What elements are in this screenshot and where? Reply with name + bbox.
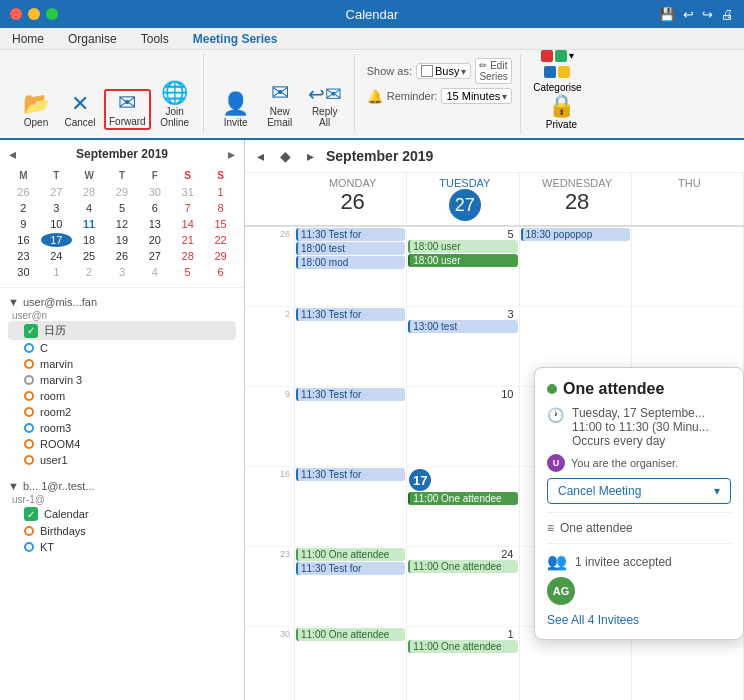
mini-cal-day[interactable]: 18 [74,233,105,247]
event-test-1300[interactable]: 13:00 test [408,320,517,333]
cell-26-thu[interactable] [632,227,744,307]
cancel-button[interactable]: ✕ Cancel [60,91,100,130]
event-popopop[interactable]: 18:30 popopop [521,228,630,241]
mini-cal-day[interactable]: 27 [139,249,170,263]
edit-series-btn[interactable]: ✏ EditSeries [475,58,511,84]
cell-9-mon[interactable]: 11:30 Test for [295,387,407,467]
cell-30-tue[interactable]: 1 11:00 One attendee [407,627,519,700]
mini-cal-day[interactable]: 1 [41,265,72,279]
new-email-button[interactable]: ✉ NewEmail [260,80,300,130]
cal-item-room2[interactable]: room2 [8,404,236,420]
menu-home[interactable]: Home [8,30,48,48]
cal-today[interactable]: ◆ [276,146,295,166]
event-test-for-4[interactable]: 11:30 Test for [296,468,405,481]
cal-item-calendar[interactable]: ✓ Calendar [8,505,236,523]
mini-cal-day[interactable]: 3 [41,201,72,215]
cell-9-tue[interactable]: 10 [407,387,519,467]
mini-cal-day[interactable]: 3 [107,265,138,279]
mini-cal-day[interactable]: 24 [41,249,72,263]
mini-cal-day[interactable]: 12 [107,217,138,231]
event-user-2[interactable]: 18:00 user [408,254,517,267]
cal-item-room3[interactable]: room3 [8,420,236,436]
reminder-chevron[interactable]: ▾ [502,91,507,102]
event-test-for-1[interactable]: 11:30 Test for [296,228,405,241]
show-as-chevron[interactable]: ▾ [461,66,466,77]
cal-next[interactable]: ▸ [303,146,318,166]
event-one-attendee-30[interactable]: 11:00 One attendee [296,628,405,641]
mini-cal-day[interactable]: 14 [172,217,203,231]
join-online-button[interactable]: 🌐 JoinOnline [155,80,195,130]
cal-item-marvin3[interactable]: marvin 3 [8,372,236,388]
cal-item-marvin[interactable]: marvin [8,356,236,372]
private-label[interactable]: Private [546,119,577,130]
mini-cal-day[interactable]: 21 [172,233,203,247]
menu-tools[interactable]: Tools [137,30,173,48]
event-test-1800[interactable]: 18:00 test [296,242,405,255]
mini-cal-day[interactable]: 22 [205,233,236,247]
mini-cal-day[interactable]: 28 [74,185,105,199]
mini-cal-day[interactable]: 29 [107,185,138,199]
categorise-label[interactable]: Categorise [533,82,581,93]
menu-organise[interactable]: Organise [64,30,121,48]
account-header-1[interactable]: ▼ user@mis...fan [8,294,236,310]
close-button[interactable] [10,8,22,20]
mini-cal-day[interactable]: 27 [41,185,72,199]
invite-button[interactable]: 👤 Invite [216,91,256,130]
mini-cal-day[interactable]: 7 [172,201,203,215]
mini-cal-day[interactable]: 15 [205,217,236,231]
cal-item-birthdays[interactable]: Birthdays [8,523,236,539]
menu-meeting-series[interactable]: Meeting Series [189,30,282,48]
mini-cal-day[interactable]: 2 [74,265,105,279]
mini-cal-day[interactable]: 29 [205,249,236,263]
event-mod[interactable]: 18:00 mod [296,256,405,269]
cell-26-wed[interactable]: 18:30 popopop [520,227,632,307]
mini-cal-day[interactable]: 8 [205,201,236,215]
cell-23-tue[interactable]: 24 11:00 One attendee [407,547,519,627]
maximize-button[interactable] [46,8,58,20]
event-test-for-2[interactable]: 11:30 Test for [296,308,405,321]
mini-cal-day[interactable]: 11 [74,217,105,231]
mini-cal-day[interactable]: 5 [172,265,203,279]
cal-item-room[interactable]: room [8,388,236,404]
cal-prev[interactable]: ◂ [253,146,268,166]
mini-cal-day[interactable]: 28 [172,249,203,263]
cal-item-c[interactable]: C [8,340,236,356]
event-test-for-3[interactable]: 11:30 Test for [296,388,405,401]
mini-cal-day[interactable]: 30 [139,185,170,199]
see-all-invitees[interactable]: See All 4 Invitees [547,613,731,627]
cal-item-room4[interactable]: ROOM4 [8,436,236,452]
open-button[interactable]: 📂 Open [16,91,56,130]
cell-26-tue[interactable]: 5 18:00 user 18:00 user [407,227,519,307]
categorise-chevron[interactable]: ▾ [569,50,574,62]
event-user-1[interactable]: 18:00 user [408,240,517,253]
calendar-scroll[interactable]: 26 11:30 Test for 18:00 test 18:00 mod 5… [245,227,744,700]
mini-cal-day[interactable]: 30 [8,265,39,279]
account-header-2[interactable]: ▼ b... 1@r..test... [8,478,236,494]
mini-cal-day[interactable]: 20 [139,233,170,247]
mini-cal-day[interactable]: 26 [107,249,138,263]
cal-item-rili[interactable]: ✓ 日历 [8,321,236,340]
event-one-attendee-24[interactable]: 11:00 One attendee [408,560,517,573]
mini-cal-day[interactable]: 25 [74,249,105,263]
mini-cal-day[interactable]: 4 [74,201,105,215]
mini-cal-day[interactable]: 26 [8,185,39,199]
cancel-meeting-button[interactable]: Cancel Meeting ▾ [547,478,731,504]
cell-16-mon[interactable]: 11:30 Test for [295,467,407,547]
event-one-attendee-16[interactable]: 11:00 One attendee [408,492,517,505]
mini-cal-day[interactable]: 19 [107,233,138,247]
mini-cal-day[interactable]: 2 [8,201,39,215]
event-one-attendee-23[interactable]: 11:00 One attendee [296,548,405,561]
mini-cal-day[interactable]: 13 [139,217,170,231]
cal-item-user1[interactable]: user1 [8,452,236,468]
mini-cal-day[interactable]: 16 [8,233,39,247]
cell-26-mon[interactable]: 11:30 Test for 18:00 test 18:00 mod [295,227,407,307]
mini-cal-day[interactable]: 6 [205,265,236,279]
cell-16-tue[interactable]: 17 11:00 One attendee [407,467,519,547]
cell-30-mon[interactable]: 11:00 One attendee [295,627,407,700]
cal-item-kt[interactable]: KT [8,539,236,555]
mini-cal-day[interactable]: 1 [205,185,236,199]
cell-2-tue[interactable]: 3 13:00 test [407,307,519,387]
mini-cal-day[interactable]: 10 [41,217,72,231]
event-one-attendee-1[interactable]: 11:00 One attendee [408,640,517,653]
event-test-for-5[interactable]: 11:30 Test for [296,562,405,575]
